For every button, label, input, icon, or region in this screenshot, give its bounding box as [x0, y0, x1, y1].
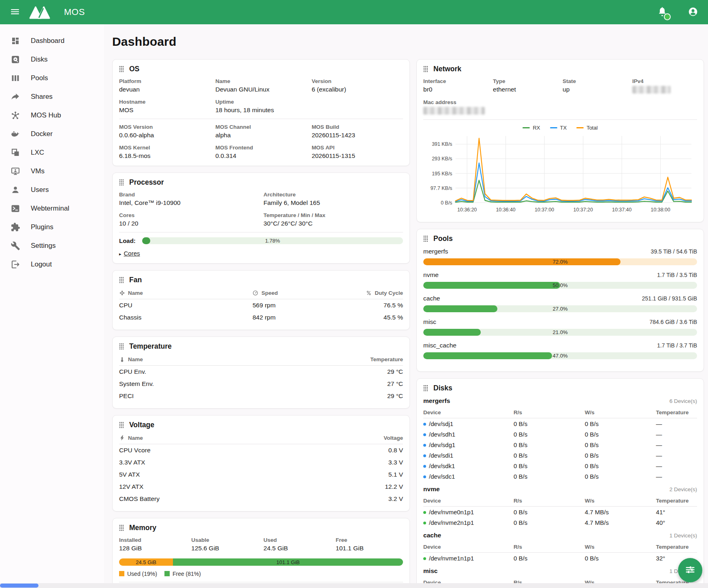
- device-status-dot: [423, 454, 426, 457]
- triangle-right-icon: ▸: [119, 251, 122, 257]
- field-value: alpha: [215, 132, 307, 139]
- sidebar-item-disks[interactable]: Disks: [0, 50, 104, 69]
- sidebar-item-shares[interactable]: Shares: [0, 87, 104, 106]
- pool-usage-percent: 27.0%: [423, 305, 697, 312]
- sidebar-item-users[interactable]: Users: [0, 181, 104, 199]
- sidebar-item-lxc[interactable]: LXC: [0, 143, 104, 162]
- column-header-r-s: R/s: [514, 409, 585, 415]
- disk-row: /dev/nvme2n1p10 B/s4.7 MB/s40°: [423, 517, 697, 528]
- divider: [119, 232, 403, 232]
- logout-icon: [11, 260, 20, 269]
- device-status-dot: [423, 433, 426, 436]
- docker-icon: [11, 129, 20, 139]
- cell-read-speed: 0 B/s: [514, 431, 585, 438]
- table-row: CPU569 rpm76.5 %: [119, 299, 403, 311]
- dashboard-settings-fab[interactable]: [678, 558, 702, 582]
- sidebar-item-label: Webterminal: [31, 205, 69, 213]
- cell-write-speed: 0 B/s: [585, 473, 656, 480]
- drag-handle-icon[interactable]: [423, 385, 428, 392]
- memory-bar-segment: 101.1 GiB: [173, 558, 403, 566]
- pool-header: misc784.6 GiB / 3.6 TiB: [423, 318, 697, 326]
- field-value: 18 hours, 18 minutes: [215, 107, 307, 114]
- drag-handle-icon[interactable]: [119, 66, 124, 72]
- legend-dash: [576, 127, 584, 128]
- os-field-mos-channel: MOS Channelalpha: [215, 124, 307, 139]
- legend-item: Used (19%): [119, 571, 157, 577]
- pool-row-misc-cache: misc_cache1.7 TiB / 3.7 TiB47.0%: [423, 342, 697, 359]
- account-button[interactable]: [687, 6, 699, 18]
- cell-write-speed: 0 B/s: [585, 555, 656, 562]
- drag-handle-icon[interactable]: [119, 524, 124, 531]
- table-row: System Env.27 °C: [119, 378, 403, 390]
- sidebar-item-mos-hub[interactable]: MOS Hub: [0, 106, 104, 125]
- horizontal-scrollbar-thumb[interactable]: [0, 584, 38, 588]
- field-value: up: [563, 86, 627, 93]
- plugins-icon: [11, 222, 20, 232]
- pool-usage-bar: 50.0%: [423, 282, 697, 289]
- os-field-mos-kernel: MOS Kernel6.18.5-mos: [119, 145, 211, 160]
- cell-device: /dev/nvme0n1p1: [423, 509, 514, 516]
- pool-usage-bar: 27.0%: [423, 305, 697, 312]
- network-ipv4-redacted: [632, 86, 671, 94]
- sidebar-item-webterminal[interactable]: Webterminal: [0, 199, 104, 218]
- temperature-card: Temperature NameTemperatureCPU Env.29 °C…: [112, 337, 410, 409]
- cell-name: CPU Vcore: [119, 447, 290, 454]
- pool-usage-bar: 21.0%: [423, 329, 697, 336]
- drag-handle-icon[interactable]: [119, 343, 124, 350]
- os-field-name: NameDevuan GNU/Linux: [215, 78, 307, 93]
- drag-handle-icon[interactable]: [423, 235, 428, 242]
- os-field-mos-version: MOS Version0.0.60-alpha: [119, 124, 211, 139]
- table-row: CPU Vcore0.8 V: [119, 444, 403, 456]
- field-value: 6.18.5-mos: [119, 152, 211, 160]
- sidebar-item-label: Disks: [31, 55, 48, 64]
- processor-card-title: Processor: [129, 178, 164, 187]
- drag-handle-icon[interactable]: [119, 179, 124, 186]
- field-label: MOS Version: [119, 124, 211, 130]
- sidebar-item-logout[interactable]: Logout: [0, 255, 104, 274]
- drag-handle-icon[interactable]: [423, 66, 428, 72]
- sidebar-item-vms[interactable]: VMs: [0, 162, 104, 181]
- pool-usage-percent: 47.0%: [423, 352, 697, 359]
- svg-text:195 KB/s: 195 KB/s: [432, 170, 452, 177]
- device-status-dot: [423, 522, 426, 524]
- svg-text:10:37:00: 10:37:00: [535, 207, 554, 213]
- menu-icon: [10, 6, 20, 18]
- sidebar-item-label: Pools: [31, 74, 48, 82]
- field-label: State: [563, 78, 627, 84]
- cell-temperature: —: [656, 420, 697, 427]
- cell-duty-cycle: 45.5 %: [346, 314, 403, 321]
- cell-write-speed: 4.7 MB/s: [585, 509, 656, 516]
- legend-item-tx: TX: [550, 125, 567, 131]
- cell-temperature: —: [656, 441, 697, 448]
- sidebar-item-dashboard[interactable]: Dashboard: [0, 32, 104, 50]
- sidebar-item-plugins[interactable]: Plugins: [0, 218, 104, 236]
- device-status-dot: [423, 465, 426, 468]
- sidebar-item-label: Plugins: [31, 223, 53, 231]
- disk-row: /dev/sdj10 B/s0 B/s—: [423, 418, 697, 429]
- cell-temperature: —: [656, 431, 697, 438]
- notification-badge: [665, 14, 670, 19]
- cores-expand-link[interactable]: ▸Cores: [119, 250, 140, 257]
- percent-icon: [366, 290, 372, 296]
- disk-group-header: misc1 Device(s): [423, 567, 697, 575]
- field-value: 0.0.60-alpha: [119, 132, 211, 139]
- cell-read-speed: 0 B/s: [514, 473, 585, 480]
- sidebar-item-pools[interactable]: Pools: [0, 69, 104, 87]
- cell-write-speed: 0 B/s: [585, 420, 656, 427]
- drag-handle-icon[interactable]: [119, 277, 124, 283]
- divider: [423, 119, 697, 120]
- cell-voltage: 5.1 V: [290, 471, 403, 478]
- sidebar-item-settings[interactable]: Settings: [0, 236, 104, 255]
- sidebar-item-docker[interactable]: Docker: [0, 125, 104, 143]
- network-field-mac-address: Mac address: [423, 99, 488, 115]
- disk-group-name: nvme: [423, 486, 440, 493]
- network-card-title: Network: [433, 65, 461, 73]
- drag-handle-icon[interactable]: [119, 422, 124, 428]
- os-field-version: Version6 (excalibur): [311, 78, 403, 93]
- svg-text:10:37:40: 10:37:40: [612, 207, 631, 213]
- os-field-uptime: Uptime18 hours, 18 minutes: [215, 99, 307, 114]
- hamburger-menu-button[interactable]: [9, 6, 21, 18]
- legend-dash: [522, 127, 530, 128]
- pool-usage-bar: 47.0%: [423, 352, 697, 359]
- column-header-speed: Speed: [252, 290, 346, 296]
